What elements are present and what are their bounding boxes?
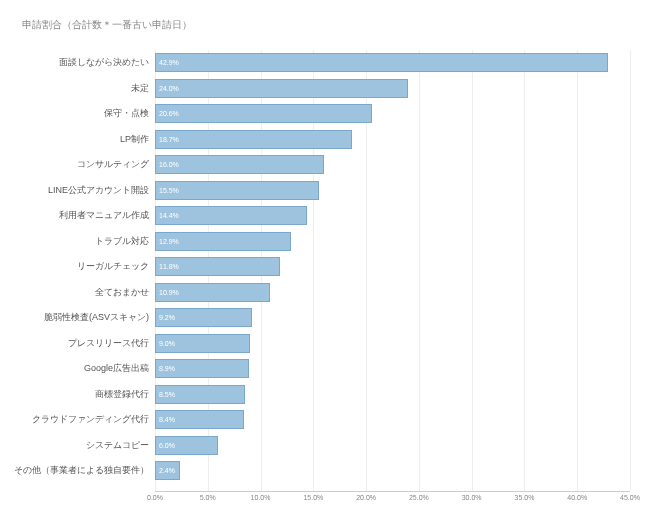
bar-value-label: 9.2% bbox=[159, 314, 175, 321]
bar: 8.9% bbox=[155, 359, 249, 378]
chart-plot-area: 面談しながら決めたい42.9%未定24.0%保守・点検20.6%LP制作18.7… bbox=[0, 50, 630, 491]
x-tick-label: 45.0% bbox=[620, 494, 640, 501]
bar-area: 8.5% bbox=[155, 382, 630, 408]
bar: 15.5% bbox=[155, 181, 319, 200]
bar: 8.4% bbox=[155, 410, 244, 429]
bar-row: LP制作18.7% bbox=[0, 127, 630, 153]
bar-value-label: 9.0% bbox=[159, 340, 175, 347]
bar: 18.7% bbox=[155, 130, 352, 149]
bar-row: 未定24.0% bbox=[0, 76, 630, 102]
bar-area: 11.8% bbox=[155, 254, 630, 280]
category-label: 全ておまかせ bbox=[0, 286, 155, 299]
bar: 10.9% bbox=[155, 283, 270, 302]
bar-value-label: 2.4% bbox=[159, 467, 175, 474]
category-label: 未定 bbox=[0, 82, 155, 95]
bar-value-label: 14.4% bbox=[159, 212, 179, 219]
bar: 9.0% bbox=[155, 334, 250, 353]
bar-value-label: 6.0% bbox=[159, 442, 175, 449]
bar-area: 42.9% bbox=[155, 50, 630, 76]
bar: 8.5% bbox=[155, 385, 245, 404]
bar-value-label: 20.6% bbox=[159, 110, 179, 117]
bar: 24.0% bbox=[155, 79, 408, 98]
bar-value-label: 15.5% bbox=[159, 187, 179, 194]
bar-row: その他（事業者による独自要件）2.4% bbox=[0, 458, 630, 484]
x-tick-label: 20.0% bbox=[356, 494, 376, 501]
bar-area: 9.0% bbox=[155, 331, 630, 357]
x-tick-label: 15.0% bbox=[303, 494, 323, 501]
category-label: システムコピー bbox=[0, 439, 155, 452]
category-label: 面談しながら決めたい bbox=[0, 56, 155, 69]
category-label: リーガルチェック bbox=[0, 260, 155, 273]
x-tick-label: 10.0% bbox=[251, 494, 271, 501]
bar-row: リーガルチェック11.8% bbox=[0, 254, 630, 280]
bar: 16.0% bbox=[155, 155, 324, 174]
bar-row: システムコピー6.0% bbox=[0, 433, 630, 459]
bar-row: 利用者マニュアル作成14.4% bbox=[0, 203, 630, 229]
category-label: プレスリリース代行 bbox=[0, 337, 155, 350]
category-label: 商標登録代行 bbox=[0, 388, 155, 401]
bar-value-label: 11.8% bbox=[159, 263, 179, 270]
bar-area: 8.4% bbox=[155, 407, 630, 433]
x-tick-label: 5.0% bbox=[200, 494, 216, 501]
bar-row: Google広告出稿8.9% bbox=[0, 356, 630, 382]
bar-row: 面談しながら決めたい42.9% bbox=[0, 50, 630, 76]
bar-value-label: 24.0% bbox=[159, 85, 179, 92]
bar-row: 全ておまかせ10.9% bbox=[0, 280, 630, 306]
category-label: 保守・点検 bbox=[0, 107, 155, 120]
bar: 2.4% bbox=[155, 461, 180, 480]
bar-value-label: 10.9% bbox=[159, 289, 179, 296]
bar-value-label: 8.4% bbox=[159, 416, 175, 423]
chart-title: 申請割合（合計数＊一番古い申請日） bbox=[22, 18, 192, 32]
bar-area: 16.0% bbox=[155, 152, 630, 178]
x-tick-label: 30.0% bbox=[462, 494, 482, 501]
category-label: 脆弱性検査(ASVスキャン) bbox=[0, 311, 155, 324]
category-label: コンサルティング bbox=[0, 158, 155, 171]
bar-value-label: 8.5% bbox=[159, 391, 175, 398]
bar: 12.9% bbox=[155, 232, 291, 251]
category-label: LINE公式アカウント開設 bbox=[0, 184, 155, 197]
bar: 20.6% bbox=[155, 104, 372, 123]
x-tick-label: 40.0% bbox=[567, 494, 587, 501]
bar-area: 2.4% bbox=[155, 458, 630, 484]
bar-row: LINE公式アカウント開設15.5% bbox=[0, 178, 630, 204]
x-tick-label: 0.0% bbox=[147, 494, 163, 501]
x-tick-label: 25.0% bbox=[409, 494, 429, 501]
category-label: トラブル対応 bbox=[0, 235, 155, 248]
bar-area: 9.2% bbox=[155, 305, 630, 331]
category-label: クラウドファンディング代行 bbox=[0, 413, 155, 426]
bar-row: トラブル対応12.9% bbox=[0, 229, 630, 255]
category-label: Google広告出稿 bbox=[0, 362, 155, 375]
bar-row: 商標登録代行8.5% bbox=[0, 382, 630, 408]
x-tick-label: 35.0% bbox=[515, 494, 535, 501]
bar: 6.0% bbox=[155, 436, 218, 455]
bar-area: 20.6% bbox=[155, 101, 630, 127]
bar-row: クラウドファンディング代行8.4% bbox=[0, 407, 630, 433]
bar-value-label: 42.9% bbox=[159, 59, 179, 66]
bar: 42.9% bbox=[155, 53, 608, 72]
x-axis: 0.0%5.0%10.0%15.0%20.0%25.0%30.0%35.0%40… bbox=[155, 491, 630, 507]
bar: 11.8% bbox=[155, 257, 280, 276]
bar: 14.4% bbox=[155, 206, 307, 225]
bar-row: プレスリリース代行9.0% bbox=[0, 331, 630, 357]
bar-area: 24.0% bbox=[155, 76, 630, 102]
bar-value-label: 16.0% bbox=[159, 161, 179, 168]
bar-value-label: 8.9% bbox=[159, 365, 175, 372]
bar-row: 脆弱性検査(ASVスキャン)9.2% bbox=[0, 305, 630, 331]
bar-area: 12.9% bbox=[155, 229, 630, 255]
bar: 9.2% bbox=[155, 308, 252, 327]
bar-value-label: 18.7% bbox=[159, 136, 179, 143]
bar-area: 15.5% bbox=[155, 178, 630, 204]
bar-area: 18.7% bbox=[155, 127, 630, 153]
gridline bbox=[630, 50, 631, 491]
bar-area: 10.9% bbox=[155, 280, 630, 306]
category-label: LP制作 bbox=[0, 133, 155, 146]
bar-value-label: 12.9% bbox=[159, 238, 179, 245]
bar-area: 14.4% bbox=[155, 203, 630, 229]
bar-area: 6.0% bbox=[155, 433, 630, 459]
bar-row: コンサルティング16.0% bbox=[0, 152, 630, 178]
bar-area: 8.9% bbox=[155, 356, 630, 382]
bar-row: 保守・点検20.6% bbox=[0, 101, 630, 127]
category-label: 利用者マニュアル作成 bbox=[0, 209, 155, 222]
category-label: その他（事業者による独自要件） bbox=[0, 464, 155, 477]
